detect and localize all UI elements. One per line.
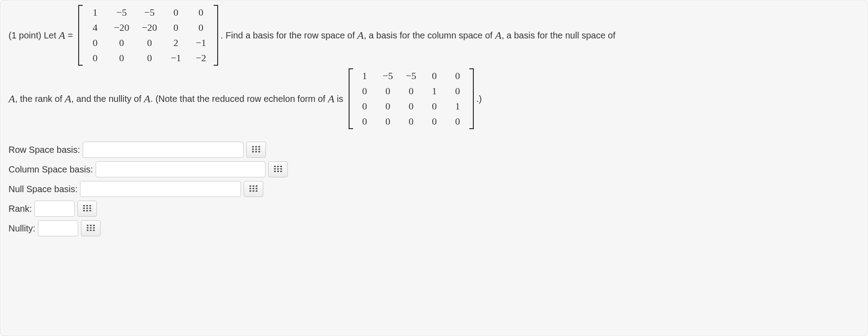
table-cell: 0 xyxy=(189,5,214,20)
table-cell: 0 xyxy=(376,84,400,99)
matrix-a: 1 −5 −5 0 0 4 −20 −20 0 0 0 0 0 2 xyxy=(78,5,218,66)
table-cell: 0 xyxy=(108,35,135,50)
table-cell: 0 xyxy=(135,50,163,66)
nullity-row: Nullity: xyxy=(8,220,860,236)
svg-rect-26 xyxy=(256,190,257,192)
column-space-row: Column Space basis: xyxy=(8,161,860,177)
points-prefix: (1 point) Let xyxy=(8,30,59,41)
svg-rect-32 xyxy=(89,207,91,209)
table-cell: −5 xyxy=(135,5,163,20)
svg-rect-44 xyxy=(93,230,95,231)
svg-rect-35 xyxy=(89,210,91,211)
table-cell: 0 xyxy=(189,20,214,35)
equation-editor-button[interactable] xyxy=(81,220,101,236)
column-space-input[interactable] xyxy=(96,161,265,177)
svg-rect-16 xyxy=(277,171,279,172)
svg-rect-12 xyxy=(274,168,276,169)
table-cell: 0 xyxy=(353,84,376,99)
table-cell: 0 xyxy=(446,84,469,99)
svg-rect-1 xyxy=(255,146,257,147)
table-cell: −20 xyxy=(108,20,135,35)
svg-rect-2 xyxy=(258,146,260,147)
svg-rect-30 xyxy=(83,207,85,209)
svg-rect-8 xyxy=(258,151,260,152)
svg-rect-34 xyxy=(86,210,88,211)
svg-rect-14 xyxy=(280,168,282,169)
table-cell: −20 xyxy=(135,20,163,35)
svg-rect-24 xyxy=(249,190,251,192)
column-space-label: Column Space basis: xyxy=(8,164,96,175)
svg-rect-3 xyxy=(252,148,254,150)
table-cell: 2 xyxy=(164,35,189,50)
table-cell: −5 xyxy=(108,5,135,20)
svg-rect-40 xyxy=(90,227,92,228)
equation-editor-button[interactable] xyxy=(77,201,97,217)
row-space-row: Row Space basis: xyxy=(8,142,860,158)
svg-rect-15 xyxy=(274,171,276,172)
nullity-input[interactable] xyxy=(38,220,78,236)
svg-rect-5 xyxy=(258,148,260,150)
var-a-4: A xyxy=(8,93,15,105)
table-cell: 0 xyxy=(135,35,163,50)
text-l2-note: . (Note that the reduced row echelon for… xyxy=(151,94,328,104)
row-space-input[interactable] xyxy=(83,142,244,158)
table-cell: 0 xyxy=(376,99,400,114)
table-cell: −1 xyxy=(164,50,189,66)
rank-input[interactable] xyxy=(34,201,75,217)
svg-rect-10 xyxy=(277,166,279,167)
table-cell: 1 xyxy=(353,68,376,84)
svg-rect-7 xyxy=(255,151,257,152)
svg-rect-31 xyxy=(86,207,88,209)
svg-rect-25 xyxy=(253,190,254,192)
table-cell: −5 xyxy=(400,68,423,84)
svg-rect-18 xyxy=(249,185,251,187)
svg-rect-38 xyxy=(93,225,95,226)
svg-rect-41 xyxy=(93,227,95,228)
svg-rect-22 xyxy=(253,188,254,189)
row-space-label: Row Space basis: xyxy=(8,145,83,155)
null-space-row: Null Space basis: xyxy=(8,181,860,197)
svg-rect-0 xyxy=(252,146,254,147)
text-l2-is: is xyxy=(334,94,346,104)
svg-rect-21 xyxy=(249,188,251,189)
text-mid1: , a basis for the column space of xyxy=(364,30,495,41)
table-cell: 0 xyxy=(108,50,135,66)
svg-rect-43 xyxy=(90,230,92,231)
table-cell: −1 xyxy=(189,35,214,50)
equation-editor-button[interactable] xyxy=(244,181,263,197)
svg-rect-19 xyxy=(253,185,254,187)
table-cell: 0 xyxy=(353,99,376,114)
svg-rect-23 xyxy=(256,188,257,189)
text-l2-end: .) xyxy=(476,94,482,104)
null-space-label: Null Space basis: xyxy=(8,184,80,194)
equation-editor-button[interactable] xyxy=(268,161,288,177)
table-cell: 1 xyxy=(423,84,446,99)
keypad-icon xyxy=(83,205,91,213)
table-cell: 0 xyxy=(83,50,108,66)
equation-editor-button[interactable] xyxy=(246,142,266,158)
table-cell: 0 xyxy=(353,114,376,129)
table-cell: 0 xyxy=(423,114,446,129)
table-cell: 0 xyxy=(400,84,423,99)
svg-rect-28 xyxy=(86,205,88,206)
text-l2-mid: , and the nullity of xyxy=(72,94,144,104)
rank-label: Rank: xyxy=(8,204,34,214)
null-space-input[interactable] xyxy=(80,181,241,197)
keypad-icon xyxy=(87,225,95,232)
table-cell: 0 xyxy=(423,68,446,84)
svg-rect-20 xyxy=(256,185,257,187)
svg-rect-39 xyxy=(87,227,88,228)
nullity-label: Nullity: xyxy=(8,223,38,234)
table-cell: 0 xyxy=(446,114,469,129)
answers-block: Row Space basis: Column Space basis: xyxy=(8,142,860,236)
text-mid2: , a basis for the null space of xyxy=(501,30,615,41)
rank-row: Rank: xyxy=(8,201,860,217)
text-after-matrix: . Find a basis for the row space of xyxy=(221,30,358,41)
table-cell: 1 xyxy=(446,99,469,114)
table-cell: 1 xyxy=(83,5,108,20)
svg-rect-36 xyxy=(87,225,88,226)
svg-rect-37 xyxy=(90,225,92,226)
table-cell: 0 xyxy=(423,99,446,114)
svg-rect-27 xyxy=(83,205,85,206)
problem-line-2: A , the rank of A , and the nullity of A… xyxy=(8,68,860,129)
